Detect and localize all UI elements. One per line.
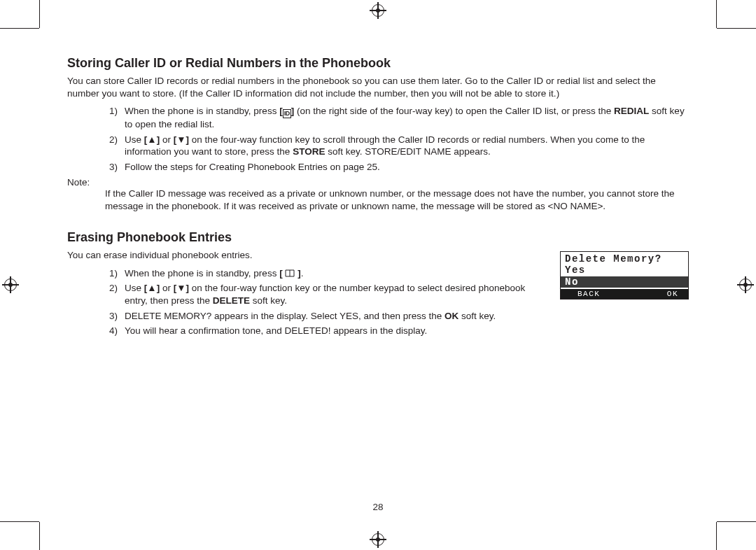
step-1: 1) When the phone is in standby, press [… bbox=[105, 267, 536, 280]
crop-mark bbox=[0, 28, 39, 29]
step-2: 2) Use [▲] or [▼] on the four-way functi… bbox=[105, 134, 689, 158]
step-text: When the phone is in standby, press [ ]. bbox=[125, 268, 303, 278]
registration-mark-bottom bbox=[372, 533, 384, 546]
step-3: 3) Follow the steps for Creating Phonebo… bbox=[105, 161, 689, 174]
step-number: 4) bbox=[92, 325, 118, 337]
step-text: Follow the steps for Creating Phonebook … bbox=[125, 162, 380, 172]
crop-mark bbox=[717, 28, 756, 29]
step-text: Use [▲] or [▼] on the four-way function … bbox=[125, 283, 525, 306]
step-4: 4) You will hear a confirmation tone, an… bbox=[105, 325, 536, 337]
steps-erasing: 1) When the phone is in standby, press [… bbox=[105, 267, 536, 337]
lcd-softkey-left: BACK bbox=[578, 290, 600, 299]
up-arrow-icon: ▲ bbox=[147, 134, 156, 145]
crop-mark bbox=[716, 522, 717, 550]
note-label: Note: bbox=[67, 177, 689, 188]
lcd-line-1: Delete Memory? bbox=[565, 253, 684, 265]
step-number: 2) bbox=[92, 134, 118, 146]
crop-mark bbox=[716, 0, 717, 28]
up-arrow-icon: ▲ bbox=[147, 283, 156, 293]
phonebook-key-icon bbox=[283, 268, 298, 278]
step-text: You will hear a confirmation tone, and D… bbox=[125, 325, 427, 336]
step-text: Use [▲] or [▼] on the four-way function … bbox=[125, 134, 645, 157]
page-content: Storing Caller ID or Redial Numbers in t… bbox=[67, 56, 689, 508]
steps-storing: 1) When the phone is in standby, press [… bbox=[105, 105, 689, 173]
lcd-screen-illustration: Delete Memory? Yes No BACK OK bbox=[560, 251, 689, 299]
crop-mark bbox=[0, 521, 39, 522]
note-body: If the Caller ID message was received as… bbox=[105, 188, 689, 212]
intro-storing: You can store Caller ID records or redia… bbox=[67, 75, 689, 99]
step-text: DELETE MEMORY? appears in the display. S… bbox=[125, 311, 496, 321]
step-number: 1) bbox=[92, 267, 118, 280]
step-text: When the phone is in standby, press [ID]… bbox=[125, 106, 685, 129]
crop-mark bbox=[39, 0, 40, 28]
step-3: 3) DELETE MEMORY? appears in the display… bbox=[105, 310, 536, 323]
step-number: 3) bbox=[92, 310, 118, 323]
page-number: 28 bbox=[67, 502, 689, 512]
down-arrow-icon: ▼ bbox=[176, 283, 186, 293]
step-number: 1) bbox=[92, 105, 118, 118]
registration-mark-left bbox=[4, 278, 17, 291]
registration-mark-top bbox=[372, 4, 384, 17]
lcd-line-2: Yes bbox=[565, 265, 684, 276]
lcd-line-3-selected: No bbox=[561, 276, 688, 288]
crop-mark bbox=[717, 521, 756, 522]
registration-mark-right bbox=[739, 278, 752, 291]
lcd-softkey-right: OK bbox=[667, 290, 678, 299]
heading-erasing: Erasing Phonebook Entries bbox=[67, 230, 689, 245]
step-1: 1) When the phone is in standby, press [… bbox=[105, 105, 689, 131]
step-number: 2) bbox=[92, 282, 118, 295]
heading-storing: Storing Caller ID or Redial Numbers in t… bbox=[67, 56, 689, 71]
step-number: 3) bbox=[92, 161, 118, 174]
step-2: 2) Use [▲] or [▼] on the four-way functi… bbox=[105, 282, 536, 306]
down-arrow-icon: ▼ bbox=[176, 134, 186, 145]
crop-mark bbox=[39, 522, 40, 550]
caller-id-key-icon: ID bbox=[283, 109, 291, 118]
